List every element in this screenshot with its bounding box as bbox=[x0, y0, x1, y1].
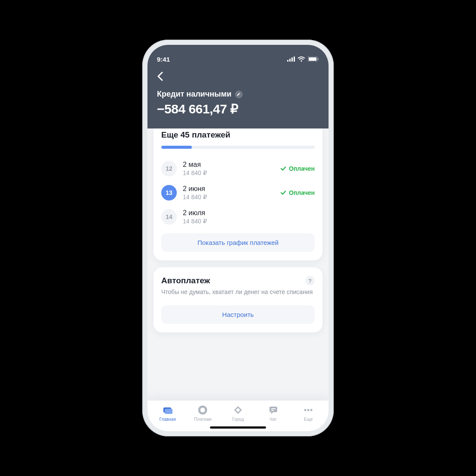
tab-more[interactable]: Еще bbox=[291, 405, 326, 422]
status-time: 9:41 bbox=[157, 56, 170, 63]
svg-point-15 bbox=[310, 409, 313, 411]
payments-progress-fill bbox=[161, 146, 192, 149]
check-icon bbox=[280, 166, 286, 172]
svg-rect-0 bbox=[287, 60, 288, 62]
autopay-subtitle: Чтобы не думать, хватает ли денег на сче… bbox=[161, 288, 315, 297]
svg-rect-5 bbox=[309, 57, 316, 61]
tab-label: Еще bbox=[304, 417, 313, 422]
svg-rect-6 bbox=[318, 58, 319, 60]
svg-rect-12 bbox=[271, 410, 274, 411]
payments-card: Еще 45 платежей 122 мая14 840 ₽Оплачен13… bbox=[153, 128, 323, 260]
payment-number-badge: 14 bbox=[161, 209, 177, 225]
tab-label: Платежи bbox=[194, 417, 212, 422]
svg-point-9 bbox=[199, 407, 206, 413]
signal-icon bbox=[287, 56, 295, 62]
payment-date: 2 мая bbox=[183, 161, 274, 169]
autopay-setup-button[interactable]: Настроить bbox=[161, 305, 315, 324]
svg-point-13 bbox=[304, 409, 307, 411]
screen: 9:41 Кредит наличными −584 661,47 ₽ bbox=[147, 45, 329, 431]
payment-info: 2 июля14 840 ₽ bbox=[183, 209, 315, 225]
account-title: Кредит наличными bbox=[157, 90, 232, 99]
header: 9:41 Кредит наличными −584 661,47 ₽ bbox=[147, 45, 329, 128]
payment-amount: 14 840 ₽ bbox=[183, 218, 315, 225]
status-bar: 9:41 bbox=[157, 53, 319, 66]
payment-status: Оплачен bbox=[280, 189, 315, 196]
payment-info: 2 мая14 840 ₽ bbox=[183, 161, 274, 176]
tab-label: Главная bbox=[160, 417, 176, 422]
payment-row[interactable]: 142 июля14 840 ₽ bbox=[161, 205, 315, 229]
check-icon bbox=[280, 190, 286, 196]
svg-rect-1 bbox=[289, 59, 291, 62]
tab-chat[interactable]: Чат bbox=[256, 405, 291, 422]
svg-rect-10 bbox=[269, 407, 277, 412]
autopay-card: Автоплатеж ? Чтобы не думать, хватает ли… bbox=[153, 267, 323, 332]
back-button[interactable] bbox=[157, 72, 163, 81]
payments-progress bbox=[161, 146, 315, 149]
payments-list: 122 мая14 840 ₽Оплачен132 июня14 840 ₽Оп… bbox=[161, 157, 315, 229]
autopay-title: Автоплатеж bbox=[161, 276, 210, 285]
more-icon bbox=[303, 405, 313, 415]
battery-icon bbox=[308, 56, 319, 62]
phone-frame: 9:41 Кредит наличными −584 661,47 ₽ bbox=[142, 40, 334, 436]
svg-point-14 bbox=[307, 409, 310, 411]
payment-amount: 14 840 ₽ bbox=[183, 194, 274, 200]
payment-amount: 14 840 ₽ bbox=[183, 169, 274, 176]
tab-home[interactable]: Главная bbox=[150, 405, 185, 422]
payment-row[interactable]: 132 июня14 840 ₽Оплачен bbox=[161, 181, 315, 205]
svg-rect-2 bbox=[291, 57, 293, 62]
status-icons bbox=[287, 56, 319, 62]
payment-date: 2 июля bbox=[183, 209, 315, 217]
help-icon[interactable]: ? bbox=[305, 276, 315, 285]
show-schedule-button[interactable]: Показать график платежей bbox=[161, 233, 315, 252]
payment-date: 2 июня bbox=[183, 185, 274, 193]
payment-status: Оплачен bbox=[280, 165, 315, 172]
chat-icon bbox=[268, 405, 279, 415]
tab-city[interactable]: Город bbox=[220, 405, 256, 422]
tab-payments[interactable]: Платежи bbox=[185, 405, 221, 422]
home-icon bbox=[163, 405, 173, 415]
tab-label: Город bbox=[232, 417, 244, 422]
payment-number-badge: 13 bbox=[161, 185, 177, 200]
content[interactable]: Еще 45 платежей 122 мая14 840 ₽Оплачен13… bbox=[147, 128, 329, 401]
home-indicator[interactable] bbox=[210, 426, 266, 429]
account-balance: −584 661,47 ₽ bbox=[157, 99, 319, 128]
payments-icon bbox=[197, 405, 208, 415]
tabbar: ГлавнаяПлатежиГородЧатЕще bbox=[147, 401, 329, 431]
payments-card-title: Еще 45 платежей bbox=[161, 130, 315, 140]
svg-rect-11 bbox=[271, 408, 276, 409]
payment-info: 2 июня14 840 ₽ bbox=[183, 185, 274, 200]
svg-rect-8 bbox=[165, 409, 172, 414]
wifi-icon bbox=[298, 56, 305, 62]
edit-icon[interactable] bbox=[235, 91, 243, 98]
city-icon bbox=[233, 405, 243, 415]
tab-label: Чат bbox=[269, 417, 277, 422]
svg-rect-3 bbox=[294, 56, 295, 62]
payment-number-badge: 12 bbox=[161, 161, 177, 176]
chevron-left-icon bbox=[157, 72, 163, 81]
payment-row[interactable]: 122 мая14 840 ₽Оплачен bbox=[161, 157, 315, 181]
